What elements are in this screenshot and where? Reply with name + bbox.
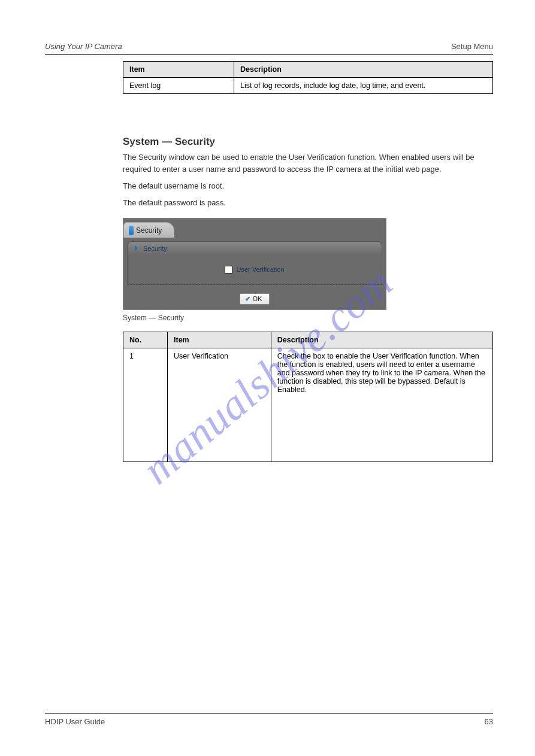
tab-security[interactable]: Security <box>123 222 174 238</box>
header-left: Using Your IP Camera <box>45 42 122 51</box>
arrow-icon <box>134 245 140 251</box>
footer-page-number: 63 <box>485 717 493 726</box>
no-item-description-table: No. Item Description 1 User Verification… <box>123 332 493 462</box>
item-description-table: Item Description Event log List of log r… <box>123 61 493 94</box>
figure-caption: System — Security <box>123 314 493 322</box>
footer-left: HDIP User Guide <box>45 717 105 726</box>
page-footer: HDIP User Guide 63 <box>45 713 493 726</box>
panel-footer: ✔ OK <box>123 287 386 309</box>
table2-cell-desc: Check the box to enable the User Verific… <box>271 348 492 462</box>
table2-header-description: Description <box>271 332 492 348</box>
table-row: 1 User Verification Check the box to ena… <box>123 348 493 462</box>
table2-header-no: No. <box>123 332 168 348</box>
section-paragraph-2: The default username is root. <box>123 180 493 192</box>
table2-header-item: Item <box>168 332 271 348</box>
ok-button-label: OK <box>253 295 262 302</box>
table2-cell-no: 1 <box>123 348 168 462</box>
table-row: Event log List of log records, include l… <box>123 78 493 94</box>
header-right: Setup Menu <box>451 42 493 51</box>
tab-bar: Security <box>123 218 386 238</box>
tab-icon <box>129 226 134 235</box>
security-panel-screenshot: Security Security User Verification ✔ OK <box>123 218 386 310</box>
table2-cell-item: User Verification <box>168 348 271 462</box>
table1-cell-item: Event log <box>123 78 234 94</box>
table1-header-description: Description <box>234 62 493 78</box>
table1-header-item: Item <box>123 62 234 78</box>
user-verification-label: User Verification <box>236 266 284 273</box>
page-header: Using Your IP Camera Setup Menu <box>45 42 493 55</box>
check-icon: ✔ <box>245 295 250 303</box>
ok-button[interactable]: ✔ OK <box>240 293 270 305</box>
tab-label: Security <box>136 226 162 235</box>
panel-header: Security <box>127 241 382 255</box>
table1-cell-desc: List of log records, include log date, l… <box>234 78 493 94</box>
panel-body: User Verification <box>127 255 382 285</box>
panel-header-label: Security <box>143 245 167 252</box>
section-paragraph-1: The Security window can be used to enabl… <box>123 151 493 175</box>
section-title: System — Security <box>123 136 493 148</box>
section-paragraph-3: The default password is pass. <box>123 197 493 209</box>
user-verification-checkbox[interactable] <box>225 266 232 274</box>
